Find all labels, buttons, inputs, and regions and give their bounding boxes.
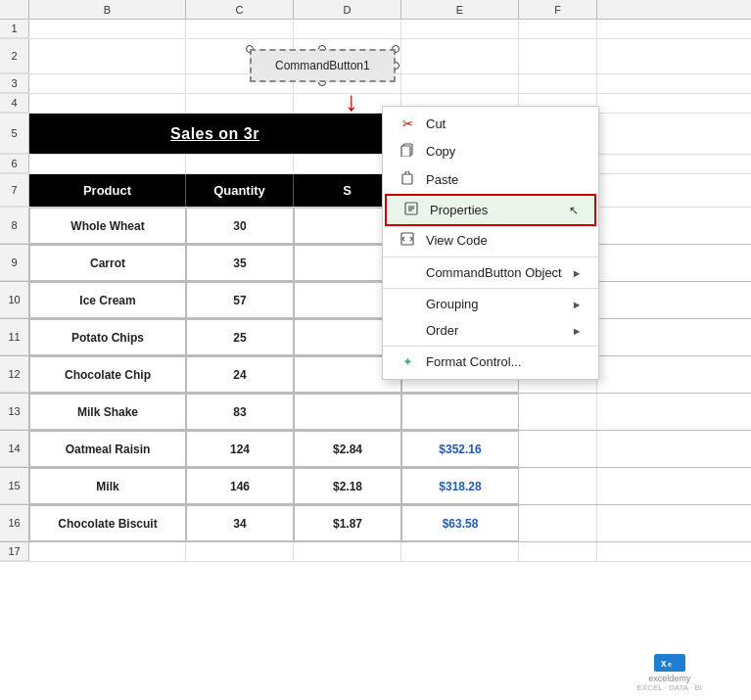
row-6: 6	[0, 155, 751, 174]
col-header-b: B	[29, 0, 186, 19]
paste-label: Paste	[426, 172, 583, 187]
cell-f1	[519, 20, 597, 38]
row-num-4: 4	[0, 94, 29, 113]
cell-product-11: Potato Chips	[29, 319, 186, 355]
row-num-13: 13	[0, 394, 29, 430]
properties-icon	[402, 202, 420, 218]
separator-3	[383, 346, 598, 347]
context-menu-cmdobj[interactable]: CommandButton Object ►	[383, 259, 598, 286]
cell-f14	[519, 431, 597, 467]
svg-rect-2	[402, 174, 412, 184]
row-num-10: 10	[0, 282, 29, 318]
watermark-text: exceldemy	[648, 674, 690, 683]
row-14: 14 Oatmeal Raisin 124 $2.84 $352.16	[0, 431, 751, 468]
row-4: 4	[0, 94, 751, 114]
format-label: Format Control...	[426, 354, 583, 369]
row-12: 12 Chocolate Chip 24	[0, 356, 751, 394]
cell-price-14: $2.84	[294, 431, 401, 467]
viewcode-label: View Code	[426, 233, 583, 248]
cell-product-10: Ice Cream	[29, 282, 186, 318]
cell-d17	[294, 542, 401, 561]
row-8: 8 Whole Wheat 30	[0, 208, 751, 245]
cell-qty-13: 83	[186, 394, 294, 430]
command-button[interactable]: CommandButton1	[250, 49, 396, 82]
row-num-9: 9	[0, 245, 29, 281]
cell-qty-8: 30	[186, 208, 294, 244]
cell-b4	[29, 94, 186, 113]
cell-c17	[186, 542, 294, 561]
cell-f2	[519, 39, 597, 73]
cut-icon: ✂	[399, 117, 416, 131]
cell-price-16: $1.87	[294, 505, 401, 541]
context-menu-copy[interactable]: Copy	[383, 137, 598, 165]
context-menu-viewcode[interactable]: View Code	[383, 226, 598, 255]
cell-total-15: $318.28	[401, 468, 519, 504]
row-7: 7 Product Quantity S	[0, 174, 751, 208]
separator-2	[383, 288, 598, 289]
cell-b17	[29, 542, 186, 561]
context-menu-paste[interactable]: Paste	[383, 165, 598, 194]
copy-icon	[399, 143, 416, 160]
col-header-c: C	[186, 0, 294, 19]
cell-c4	[186, 94, 294, 113]
cell-product-14: Oatmeal Raisin	[29, 431, 186, 467]
cursor-indicator: ↖	[569, 204, 579, 217]
cell-f3	[519, 74, 597, 93]
cell-product-12: Chocolate Chip	[29, 356, 186, 393]
context-menu-properties[interactable]: Properties ↖	[385, 194, 596, 226]
paste-icon	[399, 171, 416, 188]
row-num-17: 17	[0, 542, 29, 561]
context-menu-grouping[interactable]: Grouping ►	[383, 291, 598, 317]
cmdobj-label: CommandButton Object	[426, 265, 562, 280]
format-icon: ✦	[399, 354, 416, 369]
cell-total-16: $63.58	[401, 505, 519, 541]
cell-b2	[29, 39, 186, 73]
row-num-14: 14	[0, 431, 29, 467]
context-menu-order[interactable]: Order ►	[383, 317, 598, 344]
row-num-1: 1	[0, 20, 29, 38]
cell-e1	[401, 20, 519, 38]
watermark: x e exceldemy EXCEL · DATA · BI	[636, 654, 702, 692]
row-15: 15 Milk 146 $2.18 $318.28	[0, 468, 751, 505]
col-header-e: E	[401, 0, 519, 19]
row-num-16: 16	[0, 505, 29, 541]
cell-qty-10: 57	[186, 282, 294, 318]
row-num-3: 3	[0, 74, 29, 93]
header-quantity: Quantity	[186, 174, 294, 207]
cell-qty-16: 34	[186, 505, 294, 541]
sales-title-cell: Sales on 3r	[29, 114, 401, 154]
cell-f13	[519, 394, 597, 430]
context-menu-cut[interactable]: ✂ Cut	[383, 111, 598, 137]
row-13: 13 Milk Shake 83	[0, 394, 751, 431]
cell-b6	[29, 155, 186, 173]
cell-f17	[519, 542, 597, 561]
col-header-d: D	[294, 0, 401, 19]
red-arrow-indicator: ↓	[345, 86, 358, 117]
row-num-2: 2	[0, 39, 29, 73]
row-num-11: 11	[0, 319, 29, 355]
row-1: 1	[0, 20, 751, 39]
row-num-5: 5	[0, 114, 29, 154]
cell-f15	[519, 468, 597, 504]
cell-product-13: Milk Shake	[29, 394, 186, 430]
cell-total-14: $352.16	[401, 431, 519, 467]
svg-text:e: e	[668, 661, 672, 668]
cell-b1	[29, 20, 186, 38]
cell-price-15: $2.18	[294, 468, 401, 504]
row-num-6: 6	[0, 155, 29, 173]
cell-e2	[401, 39, 519, 73]
context-menu-format[interactable]: ✦ Format Control...	[383, 349, 598, 375]
order-label: Order	[426, 323, 562, 338]
cell-qty-12: 24	[186, 356, 294, 393]
cell-e17	[401, 542, 519, 561]
context-menu: ✂ Cut Copy Paste	[382, 106, 599, 380]
cell-e3	[401, 74, 519, 93]
cell-product-8: Whole Wheat	[29, 208, 186, 244]
cell-product-15: Milk	[29, 468, 186, 504]
copy-label: Copy	[426, 144, 583, 159]
grouping-label: Grouping	[426, 297, 562, 311]
row-10: 10 Ice Cream 57	[0, 282, 751, 319]
corner-cell	[0, 0, 29, 20]
separator-1	[383, 257, 598, 257]
properties-label: Properties	[430, 203, 559, 217]
